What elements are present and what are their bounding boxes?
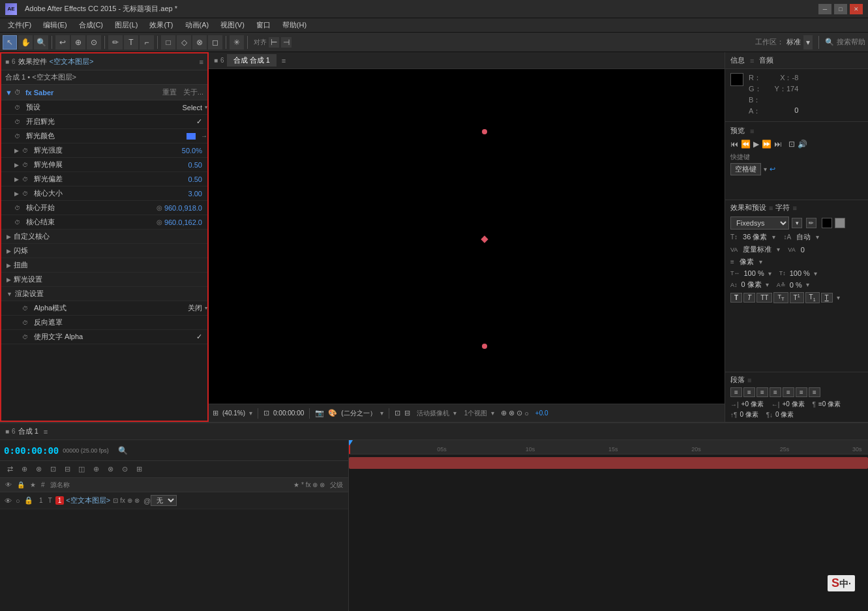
prev-first-frame[interactable]: ⏮ [730,140,738,149]
fmt-underline[interactable]: T [821,293,833,303]
indent-after-value[interactable]: +0 像素 [782,400,804,409]
font-bg-color-box[interactable] [835,218,845,228]
font-color-box[interactable] [822,218,832,228]
tool-puppet[interactable]: ✳ [230,35,244,50]
font-pencil-btn[interactable]: ✏ [806,218,816,228]
font-size-v-value[interactable]: 100 % [790,269,810,277]
menu-file[interactable]: 文件(F) [3,19,37,31]
expand-glow-bias[interactable]: ▶ [14,176,22,183]
preview-more-btn[interactable]: ⊙ [516,409,522,417]
stopwatch-core-start[interactable]: ⏱ [14,205,23,211]
layer-eye-btn[interactable]: 👁 [5,497,12,505]
ef-panel-arrow[interactable]: ▾ [837,294,840,301]
stopwatch-use-text-alpha[interactable]: ⏱ [22,334,31,340]
fx-preset-value[interactable]: Select ▾ [182,104,207,112]
expand-glow-spread[interactable]: ▶ [14,162,22,168]
maximize-button[interactable]: □ [834,4,847,14]
stopwatch-enable-glow[interactable]: ⏱ [14,119,23,125]
layer-shy-btn[interactable]: ⊡ [113,497,118,504]
prev-ram-preview[interactable]: ⊡ [788,140,795,149]
font-para-value[interactable]: 像素 [740,257,754,267]
playhead[interactable] [349,440,350,454]
tl-timecode[interactable]: 0:00:00:00 [4,445,59,456]
shortcut-reset-btn[interactable]: ↩ [770,165,775,173]
tl-tool-7[interactable]: ⊕ [90,464,102,475]
preview-zoom-arrow[interactable]: ▾ [249,410,252,417]
font-para-arrow[interactable]: ▾ [759,258,762,265]
workspace-dropdown-btn[interactable]: ▾ [803,35,813,50]
font-tracking-arrow[interactable]: ▾ [777,246,780,253]
menu-edit[interactable]: 编辑(E) [38,19,72,31]
fmt-bold[interactable]: T [730,293,742,303]
align-justify-all[interactable]: ≡ [809,387,820,397]
tool-clone[interactable]: ⊗ [192,35,207,50]
tl-tool-2[interactable]: ⊕ [18,464,30,475]
align-justify-right[interactable]: ≡ [796,387,807,397]
tool-zoom[interactable]: 🔍 [34,35,48,50]
menu-effects[interactable]: 效果(T) [144,19,178,31]
layer-solo-btn[interactable]: ○ [16,497,20,505]
tl-tool-4[interactable]: ⊡ [47,464,59,475]
preview-tab-comp1[interactable]: 合成 合成 1 [227,54,277,67]
fx-stopwatch-icon[interactable]: ⏱ [14,89,21,96]
minimize-button[interactable]: ─ [818,4,831,14]
layer-motion-btn[interactable]: ⊕ [127,497,132,504]
menu-window[interactable]: 窗口 [251,19,276,31]
font-size-value[interactable]: 36 像素 [743,232,767,242]
stopwatch-invert-mask[interactable]: ⏱ [22,320,31,326]
font-size-v-arrow[interactable]: ▾ [814,270,817,277]
panel-menu-btn[interactable]: ≡ [200,58,203,66]
font-leading-arrow[interactable]: ▾ [816,233,819,241]
preview-color-btn[interactable]: 🎨 [328,409,337,417]
preview-render-btn[interactable]: ⊗ [509,409,515,417]
preview-timecode[interactable]: 0:00:00:00 [273,410,304,417]
font-kerning-value[interactable]: 0 [801,246,805,254]
tl-tool-3[interactable]: ⊗ [33,464,44,475]
tl-tool-8[interactable]: ⊗ [104,464,116,475]
font-baseline-arrow[interactable]: ▾ [766,281,769,288]
prev-prev-frame[interactable]: ⏪ [741,140,751,149]
fx-alpha-mode-value[interactable]: 关闭 ▾ [188,303,207,313]
color-swatch-glow[interactable] [187,133,196,140]
font-size-arrow[interactable]: ▾ [772,233,775,241]
expand-core-size[interactable]: ▶ [14,190,22,197]
prev-last-frame[interactable]: ⏭ [774,140,782,149]
align-center[interactable]: ≡ [743,387,755,397]
font-size-h-arrow[interactable]: ▾ [768,270,771,277]
preview-quality-arrow[interactable]: ▾ [380,410,383,417]
align-left[interactable]: ≡ [730,387,742,397]
align-right[interactable]: ≡ [756,387,768,397]
align-justify-center[interactable]: ≡ [783,387,794,397]
fmt-italic[interactable]: T [743,293,755,303]
layer-name[interactable]: <空文本图层> [66,496,110,505]
font-family-select[interactable]: Fixedsys [730,216,789,230]
font-size-h-value[interactable]: 100 % [744,269,764,277]
tl-tool-6[interactable]: ◫ [76,464,87,475]
audio-tab[interactable]: 音频 [759,55,773,65]
close-button[interactable]: ✕ [850,4,863,14]
tool-eraser[interactable]: ◻ [208,35,222,50]
stopwatch-glow-intensity[interactable]: ⏱ [22,147,31,154]
preview-region-btn[interactable]: ⊡ [395,409,400,417]
tool-align-left[interactable]: ⊢ [269,37,279,48]
section-flicker[interactable]: ▶ 闪烁 [1,244,207,258]
fmt-all-caps[interactable]: TT [756,293,772,303]
space-before-value[interactable]: 0 像素 [740,410,758,419]
layer-lock-btn[interactable]: 🔒 [24,496,33,505]
align-justify-left[interactable]: ≡ [770,387,781,397]
character-tab[interactable]: 字符 [775,203,790,213]
fx-reset-btn[interactable]: 重置 [162,87,177,97]
tool-shape2[interactable]: ◇ [177,35,191,50]
fx-about-btn[interactable]: 关于... [183,87,203,97]
tool-brush[interactable]: ⌐ [140,35,154,50]
preview-tab-menu[interactable]: ≡ [282,57,286,65]
menu-help[interactable]: 帮助(H) [277,19,312,31]
stopwatch-glow-color[interactable]: ⏱ [14,133,23,140]
layer-adjust-btn[interactable]: ⊗ [134,497,140,504]
tl-tool-5[interactable]: ⊟ [61,464,73,475]
prev-play[interactable]: ▶ [753,140,759,149]
tl-tool-10[interactable]: ⊞ [133,464,145,475]
layer-fx-btn[interactable]: fx [120,497,125,504]
section-render-settings[interactable]: ▼ 渲染设置 [1,287,207,301]
menu-compose[interactable]: 合成(C) [74,19,108,31]
